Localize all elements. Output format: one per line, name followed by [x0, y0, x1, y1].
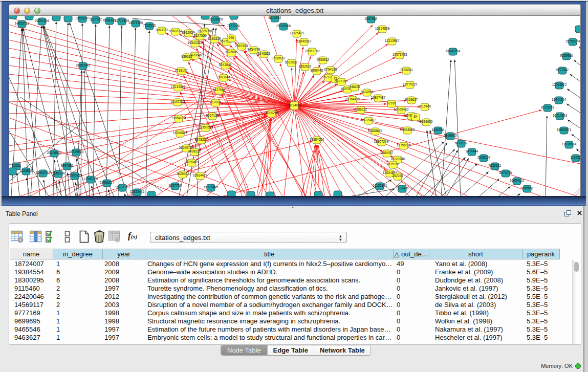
svg-text:7485063: 7485063	[400, 68, 413, 72]
svg-text:3498222: 3498222	[188, 149, 201, 153]
svg-text:7357224: 7357224	[227, 24, 240, 28]
svg-text:19958117: 19958117	[100, 181, 114, 184]
svg-text:7515526: 7515526	[143, 24, 156, 27]
svg-text:16154808: 16154808	[375, 27, 390, 30]
svg-text:15692871: 15692871	[557, 128, 572, 132]
svg-text:10719155: 10719155	[115, 19, 129, 23]
svg-text:10107552: 10107552	[170, 100, 185, 103]
svg-text:12444154: 12444154	[552, 98, 567, 101]
svg-text:9527506: 9527506	[194, 34, 207, 37]
svg-text:1588520: 1588520	[272, 56, 285, 60]
svg-text:1527602: 1527602	[90, 17, 102, 21]
svg-text:7955812: 7955812	[317, 58, 330, 61]
svg-text:417004: 417004	[210, 100, 221, 104]
svg-text:20691406: 20691406	[35, 19, 50, 23]
svg-text:16120746: 16120746	[390, 157, 405, 161]
svg-text:9242848: 9242848	[219, 63, 232, 67]
svg-text:18300295: 18300295	[264, 111, 279, 115]
svg-text:10688609: 10688609	[368, 129, 383, 133]
svg-text:2718176: 2718176	[175, 69, 188, 72]
svg-text:84: 84	[413, 115, 418, 118]
svg-text:1362615: 1362615	[299, 64, 312, 68]
svg-text:16033809: 16033809	[208, 17, 223, 21]
svg-text:19384554: 19384554	[310, 138, 324, 141]
svg-text:18807249: 18807249	[374, 140, 389, 143]
svg-text:2935114: 2935114	[477, 156, 490, 159]
svg-text:17359924: 17359924	[69, 150, 84, 154]
svg-text:10653267: 10653267	[75, 16, 90, 20]
svg-text:9529966: 9529966	[560, 54, 573, 57]
svg-text:746266: 746266	[349, 85, 360, 89]
svg-text:8186328: 8186328	[208, 37, 221, 40]
svg-text:8267130: 8267130	[206, 114, 219, 117]
svg-text:8912954: 8912954	[182, 31, 195, 34]
svg-text:20206536: 20206536	[47, 151, 62, 155]
svg-text:10671355: 10671355	[128, 21, 143, 25]
svg-text:62160: 62160	[387, 101, 396, 105]
svg-text:5322037: 5322037	[285, 60, 298, 64]
svg-text:6794028: 6794028	[324, 68, 337, 71]
svg-text:3875685: 3875685	[225, 50, 238, 54]
svg-text:252254: 252254	[392, 174, 403, 178]
svg-text:7632621: 7632621	[489, 164, 502, 167]
svg-text:9684067: 9684067	[381, 151, 394, 155]
svg-text:9457791: 9457791	[169, 184, 182, 187]
svg-text:10961758: 10961758	[305, 49, 320, 53]
svg-text:9463627: 9463627	[405, 98, 418, 101]
svg-text:11353594: 11353594	[199, 125, 213, 129]
svg-text:19756928: 19756928	[397, 143, 411, 147]
svg-text:8990448: 8990448	[311, 69, 323, 72]
svg-text:17016504: 17016504	[562, 142, 577, 146]
svg-text:16543362: 16543362	[188, 41, 203, 45]
svg-text:20364436: 20364436	[345, 97, 360, 101]
svg-text:10807487: 10807487	[371, 96, 386, 99]
svg-text:12942757: 12942757	[36, 171, 51, 174]
svg-text:18724007: 18724007	[287, 103, 302, 107]
svg-text:20053346: 20053346	[76, 63, 91, 67]
svg-text:2087682: 2087682	[365, 17, 378, 20]
svg-text:9699695: 9699695	[420, 120, 433, 123]
svg-text:8878334: 8878334	[195, 138, 208, 141]
svg-text:8427552: 8427552	[213, 88, 226, 92]
svg-text:15716485: 15716485	[204, 185, 219, 189]
svg-text:2967608: 2967608	[235, 44, 248, 48]
svg-text:9245652: 9245652	[521, 186, 534, 190]
svg-text:12213967: 12213967	[385, 39, 400, 42]
svg-text:7625402: 7625402	[177, 172, 189, 176]
svg-text:10025433: 10025433	[394, 107, 409, 111]
svg-text:12093822: 12093822	[552, 83, 567, 86]
svg-text:9960124: 9960124	[169, 29, 182, 33]
svg-text:989612: 989612	[181, 55, 192, 58]
svg-text:19166829: 19166829	[173, 131, 188, 135]
svg-text:19218506: 19218506	[276, 24, 291, 28]
svg-text:10973493: 10973493	[393, 53, 407, 56]
svg-text:9997586: 9997586	[61, 164, 74, 167]
svg-text:12505135: 12505135	[68, 173, 82, 177]
svg-text:9474444: 9474444	[466, 149, 478, 153]
svg-text:9115460: 9115460	[419, 104, 431, 108]
svg-text:11325419: 11325419	[290, 31, 304, 35]
svg-text:15720407: 15720407	[361, 118, 376, 122]
svg-text:55061: 55061	[12, 164, 21, 167]
svg-text:9777169: 9777169	[335, 79, 348, 83]
svg-text:7386322: 7386322	[355, 107, 367, 111]
svg-text:19654923: 19654923	[171, 116, 186, 120]
svg-text:12923446: 12923446	[130, 190, 145, 193]
svg-text:14055712: 14055712	[15, 21, 30, 25]
svg-text:6879197: 6879197	[455, 141, 468, 145]
svg-text:546: 546	[229, 36, 234, 39]
svg-text:1640954: 1640954	[432, 128, 445, 132]
svg-text:9227342: 9227342	[556, 68, 569, 72]
svg-text:15751074: 15751074	[565, 39, 580, 43]
svg-text:14136141: 14136141	[373, 184, 387, 187]
svg-text:17957225: 17957225	[83, 177, 98, 181]
svg-text:16648784: 16648784	[446, 49, 461, 53]
svg-text:18640910: 18640910	[297, 39, 312, 43]
svg-text:5938923: 5938923	[444, 134, 457, 137]
svg-text:9146821: 9146821	[258, 52, 271, 55]
svg-text:16782759: 16782759	[115, 185, 130, 189]
svg-text:3624554: 3624554	[361, 90, 374, 94]
svg-text:1145194: 1145194	[52, 171, 65, 175]
svg-text:14099489: 14099489	[184, 160, 199, 164]
svg-text:15226058: 15226058	[198, 29, 212, 33]
